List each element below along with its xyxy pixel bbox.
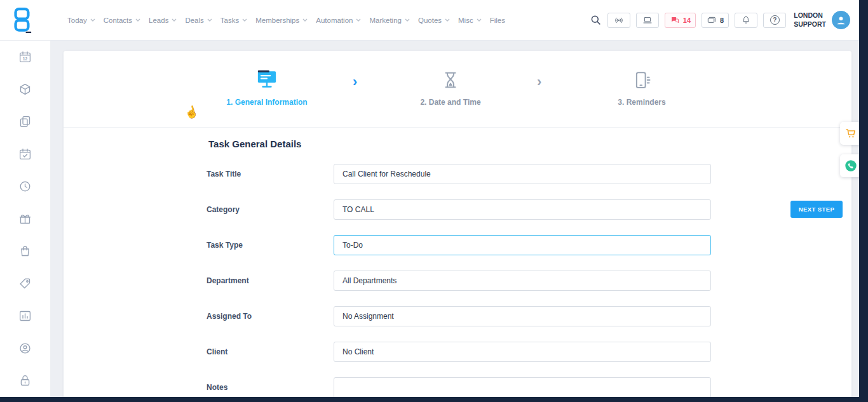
chevron-down-icon [172,18,177,22]
nav-item-tasks[interactable]: Tasks [220,17,247,24]
assigned-to-input[interactable] [334,306,711,326]
notifications-button[interactable] [735,13,757,28]
chevron-down-icon [302,18,308,22]
category-input[interactable] [334,199,711,220]
question-mark-icon: ? [770,15,780,25]
nav-item-label: Misc [458,17,473,24]
nav-item-today[interactable]: Today [67,17,95,24]
user-avatar[interactable] [832,11,850,29]
voice-button[interactable] [607,13,630,28]
task-title-input[interactable] [334,164,711,184]
nav-item-label: Files [490,17,505,24]
sidebar-item-bookings[interactable] [18,147,32,161]
nav-item-label: Marketing [369,17,402,24]
voice-waves-icon [614,15,624,25]
nav-item-memberships[interactable]: Memberships [255,17,308,24]
task-wizard-card: 1. General Information › 2. Date and Tim… [64,51,851,397]
calendar-check-icon [18,147,32,161]
search-button[interactable] [590,14,602,26]
app-window: Today Contacts Leads Deals Tasks Members… [0,0,859,397]
task-type-input[interactable] [334,235,711,255]
field-label-task-type: Task Type [207,241,243,250]
nav-item-label: Leads [149,17,168,24]
copy-icon [18,115,32,128]
brand-logo-icon [11,7,32,34]
field-label-notes: Notes [207,383,227,392]
brand-logo[interactable] [9,6,34,35]
nav-item-label: Automation [316,17,353,24]
package-icon [18,83,32,96]
account-name-line2: SUPPORT [794,20,826,29]
laptop-icon [642,15,653,25]
chevron-down-icon [242,18,247,22]
sidebar-item-reports[interactable] [18,309,32,323]
help-button[interactable]: ? [763,13,786,28]
sidebar-item-history[interactable] [18,179,32,193]
monitor-icon [255,69,278,90]
bar-chart-icon [18,309,32,323]
whatsapp-floating-button[interactable] [840,154,859,177]
field-label-category: Category [207,205,240,214]
left-sidebar: 12 [0,41,51,397]
wizard-step-label: 3. Reminders [566,98,718,107]
messages-count-badge: 14 [683,17,691,24]
search-icon [590,14,602,26]
nav-item-label: Tasks [220,17,239,24]
svg-text:12: 12 [23,57,28,61]
header-actions: 14 8 ? LONDON SUPPORT [590,11,850,29]
step-arrow-icon: › [353,74,357,90]
inbox-button[interactable] [636,13,659,28]
account-name-line1: LONDON [794,11,826,20]
cards-stack-icon [707,15,717,25]
department-input[interactable] [334,271,711,291]
nav-item-misc[interactable]: Misc [458,17,482,24]
messages-button[interactable]: 14 [665,13,696,28]
nav-item-marketing[interactable]: Marketing [369,17,410,24]
shopping-cart-icon [844,127,858,140]
nav-item-files[interactable]: Files [490,17,505,24]
wizard-steps-bar: 1. General Information › 2. Date and Tim… [64,51,851,128]
chevron-down-icon [135,18,140,22]
sidebar-item-calendar[interactable]: 12 [18,50,32,64]
chevron-down-icon [477,18,482,22]
sidebar-item-shop[interactable] [18,244,32,258]
next-step-button[interactable]: NEXT STEP [790,201,843,218]
wizard-step-date-and-time[interactable]: 2. Date and Time [374,67,527,107]
lock-icon [18,374,32,387]
nav-item-label: Quotes [418,17,442,24]
wizard-step-label: 2. Date and Time [374,98,527,107]
wizard-step-general-information[interactable]: 1. General Information [191,67,343,107]
field-label-client: Client [207,347,227,356]
field-label-task-title: Task Title [207,170,241,178]
hourglass-icon [441,70,460,90]
nav-item-deals[interactable]: Deals [185,17,212,24]
cart-floating-button[interactable] [840,122,859,145]
phone-call-icon [844,159,858,173]
calendar-icon: 12 [18,50,32,64]
form-title: Task General Details [208,138,301,149]
shopping-bag-icon [18,245,32,258]
chevron-down-icon [445,18,450,22]
nav-item-leads[interactable]: Leads [149,17,177,24]
notes-textarea[interactable] [334,377,711,397]
sidebar-item-security[interactable] [18,373,32,387]
nav-item-contacts[interactable]: Contacts [104,17,140,24]
sidebar-item-staff[interactable] [18,341,32,355]
nav-item-label: Contacts [104,17,132,24]
orders-button[interactable]: 8 [702,13,729,28]
sidebar-item-gifts[interactable] [18,211,32,225]
sidebar-item-vouchers[interactable] [18,276,32,290]
orders-count-badge: 8 [720,17,724,24]
wizard-step-reminders[interactable]: 3. Reminders [566,67,718,107]
chevron-down-icon [207,18,212,22]
nav-item-automation[interactable]: Automation [316,17,361,24]
sidebar-item-products[interactable] [18,82,32,96]
chat-bubbles-icon [670,15,680,25]
nav-item-label: Today [67,17,87,24]
user-icon [835,14,847,26]
sidebar-item-copy[interactable] [18,114,32,128]
nav-item-quotes[interactable]: Quotes [418,17,450,24]
step-arrow-icon: › [537,74,541,90]
client-input[interactable] [334,342,711,362]
field-label-assigned-to: Assigned To [207,312,252,321]
